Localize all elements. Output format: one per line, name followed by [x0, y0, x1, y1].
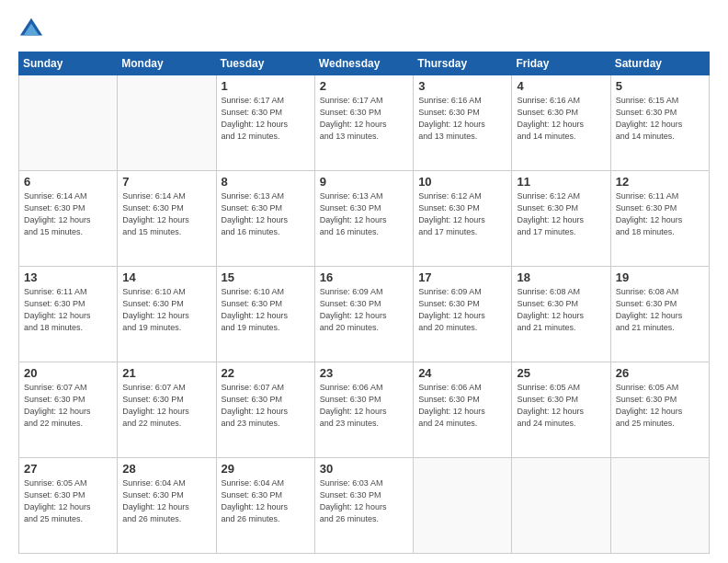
day-info-25: Sunrise: 6:05 AM Sunset: 6:30 PM Dayligh… [517, 382, 605, 430]
weekday-header-thursday: Thursday [414, 52, 512, 75]
day-info-21: Sunrise: 6:07 AM Sunset: 6:30 PM Dayligh… [122, 382, 210, 430]
day-info-1: Sunrise: 6:17 AM Sunset: 6:30 PM Dayligh… [222, 95, 310, 143]
day-number-13: 13 [24, 270, 112, 284]
weekday-header-sunday: Sunday [19, 52, 118, 75]
day-number-14: 14 [122, 270, 210, 284]
calendar-cell-17: 16Sunrise: 6:09 AM Sunset: 6:30 PM Dayli… [314, 267, 413, 362]
day-number-8: 8 [222, 175, 310, 189]
day-number-20: 20 [24, 366, 112, 380]
day-number-19: 19 [616, 270, 704, 284]
calendar-cell-34 [610, 458, 709, 554]
day-number-1: 1 [222, 79, 310, 93]
day-info-6: Sunrise: 6:14 AM Sunset: 6:30 PM Dayligh… [24, 190, 112, 238]
calendar-cell-18: 17Sunrise: 6:09 AM Sunset: 6:30 PM Dayli… [414, 267, 512, 362]
calendar-cell-7: 6Sunrise: 6:14 AM Sunset: 6:30 PM Daylig… [19, 171, 118, 267]
calendar-cell-31: 30Sunrise: 6:03 AM Sunset: 6:30 PM Dayli… [314, 458, 413, 554]
header [18, 17, 710, 42]
day-info-17: Sunrise: 6:09 AM Sunset: 6:30 PM Dayligh… [418, 286, 506, 334]
calendar-cell-25: 24Sunrise: 6:06 AM Sunset: 6:30 PM Dayli… [414, 362, 512, 458]
day-number-11: 11 [517, 175, 605, 189]
day-number-28: 28 [122, 462, 210, 476]
day-number-30: 30 [320, 462, 408, 476]
weekday-header-row: SundayMondayTuesdayWednesdayThursdayFrid… [19, 52, 710, 75]
day-number-24: 24 [418, 366, 506, 380]
calendar-cell-33 [512, 458, 610, 554]
day-number-18: 18 [517, 270, 605, 284]
calendar-cell-5: 4Sunrise: 6:16 AM Sunset: 6:30 PM Daylig… [512, 75, 610, 171]
day-info-10: Sunrise: 6:12 AM Sunset: 6:30 PM Dayligh… [418, 190, 506, 238]
day-number-7: 7 [122, 175, 210, 189]
calendar-cell-28: 27Sunrise: 6:05 AM Sunset: 6:30 PM Dayli… [19, 458, 118, 554]
calendar-cell-4: 3Sunrise: 6:16 AM Sunset: 6:30 PM Daylig… [414, 75, 512, 171]
day-info-18: Sunrise: 6:08 AM Sunset: 6:30 PM Dayligh… [517, 286, 605, 334]
logo [18, 17, 48, 42]
calendar-cell-26: 25Sunrise: 6:05 AM Sunset: 6:30 PM Dayli… [512, 362, 610, 458]
day-info-13: Sunrise: 6:11 AM Sunset: 6:30 PM Dayligh… [24, 286, 112, 334]
day-number-17: 17 [418, 270, 506, 284]
weekday-header-saturday: Saturday [610, 52, 709, 75]
calendar-cell-24: 23Sunrise: 6:06 AM Sunset: 6:30 PM Dayli… [314, 362, 413, 458]
calendar-cell-2: 1Sunrise: 6:17 AM Sunset: 6:30 PM Daylig… [216, 75, 314, 171]
day-number-9: 9 [320, 175, 408, 189]
day-info-7: Sunrise: 6:14 AM Sunset: 6:30 PM Dayligh… [122, 190, 210, 238]
calendar-cell-8: 7Sunrise: 6:14 AM Sunset: 6:30 PM Daylig… [118, 171, 216, 267]
day-info-12: Sunrise: 6:11 AM Sunset: 6:30 PM Dayligh… [616, 190, 704, 238]
calendar-cell-6: 5Sunrise: 6:15 AM Sunset: 6:30 PM Daylig… [610, 75, 709, 171]
day-number-26: 26 [616, 366, 704, 380]
calendar-cell-3: 2Sunrise: 6:17 AM Sunset: 6:30 PM Daylig… [314, 75, 413, 171]
day-number-25: 25 [517, 366, 605, 380]
calendar-row-4: 27Sunrise: 6:05 AM Sunset: 6:30 PM Dayli… [19, 458, 710, 554]
day-info-29: Sunrise: 6:04 AM Sunset: 6:30 PM Dayligh… [222, 477, 310, 525]
calendar-cell-30: 29Sunrise: 6:04 AM Sunset: 6:30 PM Dayli… [216, 458, 314, 554]
day-info-28: Sunrise: 6:04 AM Sunset: 6:30 PM Dayligh… [122, 477, 210, 525]
day-info-8: Sunrise: 6:13 AM Sunset: 6:30 PM Dayligh… [222, 190, 310, 238]
day-number-6: 6 [24, 175, 112, 189]
day-info-11: Sunrise: 6:12 AM Sunset: 6:30 PM Dayligh… [517, 190, 605, 238]
calendar-cell-13: 12Sunrise: 6:11 AM Sunset: 6:30 PM Dayli… [610, 171, 709, 267]
calendar-cell-23: 22Sunrise: 6:07 AM Sunset: 6:30 PM Dayli… [216, 362, 314, 458]
day-number-27: 27 [24, 462, 112, 476]
day-number-10: 10 [418, 175, 506, 189]
calendar-row-1: 6Sunrise: 6:14 AM Sunset: 6:30 PM Daylig… [19, 171, 710, 267]
page: SundayMondayTuesdayWednesdayThursdayFrid… [0, 0, 728, 563]
day-info-14: Sunrise: 6:10 AM Sunset: 6:30 PM Dayligh… [122, 286, 210, 334]
day-info-22: Sunrise: 6:07 AM Sunset: 6:30 PM Dayligh… [222, 382, 310, 430]
calendar-cell-27: 26Sunrise: 6:05 AM Sunset: 6:30 PM Dayli… [610, 362, 709, 458]
calendar-cell-12: 11Sunrise: 6:12 AM Sunset: 6:30 PM Dayli… [512, 171, 610, 267]
day-number-12: 12 [616, 175, 704, 189]
calendar-table: SundayMondayTuesdayWednesdayThursdayFrid… [18, 52, 710, 554]
day-number-21: 21 [122, 366, 210, 380]
day-number-15: 15 [222, 270, 310, 284]
calendar-row-0: 1Sunrise: 6:17 AM Sunset: 6:30 PM Daylig… [19, 75, 710, 171]
calendar-cell-20: 19Sunrise: 6:08 AM Sunset: 6:30 PM Dayli… [610, 267, 709, 362]
weekday-header-friday: Friday [512, 52, 610, 75]
day-number-3: 3 [418, 79, 506, 93]
calendar-cell-22: 21Sunrise: 6:07 AM Sunset: 6:30 PM Dayli… [118, 362, 216, 458]
day-info-4: Sunrise: 6:16 AM Sunset: 6:30 PM Dayligh… [517, 95, 605, 143]
day-info-27: Sunrise: 6:05 AM Sunset: 6:30 PM Dayligh… [24, 477, 112, 525]
weekday-header-wednesday: Wednesday [314, 52, 413, 75]
logo-icon [18, 17, 44, 42]
day-info-30: Sunrise: 6:03 AM Sunset: 6:30 PM Dayligh… [320, 477, 408, 525]
calendar-row-3: 20Sunrise: 6:07 AM Sunset: 6:30 PM Dayli… [19, 362, 710, 458]
day-number-16: 16 [320, 270, 408, 284]
day-info-3: Sunrise: 6:16 AM Sunset: 6:30 PM Dayligh… [418, 95, 506, 143]
day-number-29: 29 [222, 462, 310, 476]
calendar-cell-21: 20Sunrise: 6:07 AM Sunset: 6:30 PM Dayli… [19, 362, 118, 458]
calendar-cell-15: 14Sunrise: 6:10 AM Sunset: 6:30 PM Dayli… [118, 267, 216, 362]
calendar-row-2: 13Sunrise: 6:11 AM Sunset: 6:30 PM Dayli… [19, 267, 710, 362]
calendar-cell-0 [19, 75, 118, 171]
weekday-header-tuesday: Tuesday [216, 52, 314, 75]
calendar-cell-1 [118, 75, 216, 171]
calendar-cell-19: 18Sunrise: 6:08 AM Sunset: 6:30 PM Dayli… [512, 267, 610, 362]
day-info-20: Sunrise: 6:07 AM Sunset: 6:30 PM Dayligh… [24, 382, 112, 430]
day-number-23: 23 [320, 366, 408, 380]
day-info-23: Sunrise: 6:06 AM Sunset: 6:30 PM Dayligh… [320, 382, 408, 430]
calendar-cell-9: 8Sunrise: 6:13 AM Sunset: 6:30 PM Daylig… [216, 171, 314, 267]
day-number-22: 22 [222, 366, 310, 380]
calendar-cell-29: 28Sunrise: 6:04 AM Sunset: 6:30 PM Dayli… [118, 458, 216, 554]
day-number-2: 2 [320, 79, 408, 93]
weekday-header-monday: Monday [118, 52, 216, 75]
calendar-cell-11: 10Sunrise: 6:12 AM Sunset: 6:30 PM Dayli… [414, 171, 512, 267]
day-info-26: Sunrise: 6:05 AM Sunset: 6:30 PM Dayligh… [616, 382, 704, 430]
